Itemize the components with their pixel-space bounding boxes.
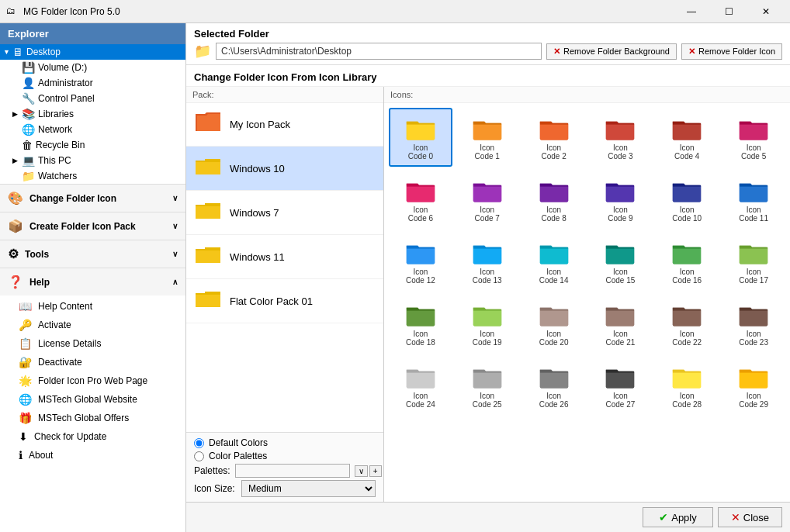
icon-label-1: IconCode 1	[475, 143, 500, 161]
pack-icons-area: Pack: My Icon Pack	[186, 87, 790, 502]
mstech-offers-item[interactable]: 🎁 MSTech Global Offers	[0, 409, 185, 427]
section-create-pack-header[interactable]: 📦 Create Folder Icon Pack ∨	[0, 212, 185, 240]
icon-cell-5[interactable]: IconCode 5	[722, 108, 785, 167]
check-update-item[interactable]: ⬇ Check for Update	[0, 427, 185, 446]
icon-label-27: IconCode 27	[606, 392, 636, 409]
pack-item-windows-11[interactable]: Windows 11	[186, 235, 383, 279]
icon-cell-8[interactable]: IconCode 8	[522, 170, 586, 229]
icon-cell-6[interactable]: IconCode 6	[389, 170, 452, 229]
icon-cell-0[interactable]: IconCode 0	[389, 108, 452, 167]
icon-cell-14[interactable]: IconCode 14	[522, 232, 586, 291]
section-tools-header[interactable]: ⚙ Tools ∨	[0, 240, 185, 268]
icon-label-12: IconCode 12	[406, 268, 435, 285]
icon-cell-19[interactable]: IconCode 19	[456, 294, 519, 353]
tree-item-administrator[interactable]: 👤 Administrator	[0, 75, 185, 91]
icon-cell-24[interactable]: IconCode 24	[389, 356, 452, 415]
default-colors-radio[interactable]	[194, 438, 204, 448]
icon-label-8: IconCode 8	[541, 206, 566, 223]
icon-label-22: IconCode 22	[672, 330, 702, 347]
pack-item-my-icon-pack[interactable]: My Icon Pack	[186, 103, 383, 147]
close-button[interactable]: ✕ Close	[718, 507, 782, 527]
color-palettes-radio[interactable]	[194, 451, 204, 461]
help-content-item[interactable]: 📖 Help Content	[0, 297, 185, 316]
icon-cell-15[interactable]: IconCode 15	[589, 232, 653, 291]
icon-cell-13[interactable]: IconCode 13	[456, 232, 519, 291]
apply-button[interactable]: ✔ Apply	[643, 507, 713, 527]
icon-size-row: Icon Size: Small Medium Large	[194, 480, 376, 497]
activate-item[interactable]: 🔑 Activate	[0, 316, 185, 334]
icon-cell-4[interactable]: IconCode 4	[655, 108, 719, 167]
icon-cell-16[interactable]: IconCode 16	[655, 232, 719, 291]
create-pack-arrow: ∨	[172, 222, 178, 230]
icon-cell-23[interactable]: IconCode 23	[722, 294, 785, 353]
tree-item-this-pc[interactable]: ▶ 💻 This PC	[0, 153, 185, 168]
mstech-website-item[interactable]: 🌐 MSTech Global Website	[0, 390, 185, 409]
pack-item-flat-color-01[interactable]: Flat Color Pack 01	[186, 279, 383, 323]
web-page-label: Folder Icon Pro Web Page	[38, 375, 147, 386]
tree-item-recycle-bin[interactable]: 🗑 Recycle Bin	[0, 137, 185, 153]
icon-cell-25[interactable]: IconCode 25	[456, 356, 519, 415]
minimize-button[interactable]: —	[674, 0, 709, 23]
deactivate-label: Deactivate	[38, 357, 82, 368]
icon-cell-3[interactable]: IconCode 3	[589, 108, 653, 167]
folder-icon-pro-web-item[interactable]: 🌟 Folder Icon Pro Web Page	[0, 371, 185, 390]
icon-cell-1[interactable]: IconCode 1	[456, 108, 519, 167]
tree-item-libraries[interactable]: ▶ 📚 Libraries	[0, 106, 185, 122]
tools-section-icon: ⚙	[8, 247, 19, 261]
window-controls: — ☐ ✕	[674, 0, 784, 23]
icon-label-10: IconCode 10	[672, 206, 702, 223]
palette-add-btn[interactable]: +	[369, 465, 382, 477]
icon-cell-21[interactable]: IconCode 21	[589, 294, 653, 353]
remove-folder-background-button[interactable]: ✕ Remove Folder Background	[546, 43, 677, 60]
section-change-folder-icon: 🎨 Change Folder Icon ∨	[0, 184, 185, 212]
icon-size-label: Icon Size:	[194, 483, 237, 494]
icon-cell-17[interactable]: IconCode 17	[722, 232, 785, 291]
app-icon: 🗂	[6, 5, 19, 18]
tree-item-watchers[interactable]: 📁 Watchers	[0, 168, 185, 184]
icon-label-23: IconCode 23	[739, 330, 768, 347]
folder-path-input[interactable]	[216, 43, 542, 60]
palette-buttons: ∨ + ✕ ✎	[355, 465, 384, 477]
tree-item-network[interactable]: 🌐 Network	[0, 122, 185, 137]
icon-cell-10[interactable]: IconCode 10	[655, 170, 719, 229]
section-help-header[interactable]: ❓ Help ∧	[0, 268, 185, 295]
icon-cell-27[interactable]: IconCode 27	[589, 356, 653, 415]
icon-cell-28[interactable]: IconCode 28	[655, 356, 719, 415]
deactivate-icon: 🔐	[19, 356, 32, 368]
path-folder-icon: 📁	[194, 43, 211, 60]
icon-cell-9[interactable]: IconCode 9	[589, 170, 653, 229]
windows-10-icon	[194, 153, 222, 184]
remove-folder-icon-button[interactable]: ✕ Remove Folder Icon	[681, 43, 782, 60]
pack-item-windows-7[interactable]: Windows 7	[186, 191, 383, 235]
windows-7-name: Windows 7	[230, 207, 279, 219]
icon-cell-22[interactable]: IconCode 22	[655, 294, 719, 353]
about-item[interactable]: ℹ About	[0, 446, 185, 465]
close-window-button[interactable]: ✕	[748, 0, 784, 23]
create-pack-section-icon: 📦	[8, 219, 23, 233]
tree-item-control-panel[interactable]: 🔧 Control Panel	[0, 91, 185, 106]
deactivate-item[interactable]: 🔐 Deactivate	[0, 353, 185, 371]
help-content-label: Help Content	[38, 301, 92, 312]
icon-cell-11[interactable]: IconCode 11	[722, 170, 785, 229]
section-change-folder-icon-header[interactable]: 🎨 Change Folder Icon ∨	[0, 185, 185, 212]
icon-cell-12[interactable]: IconCode 12	[389, 232, 452, 291]
icon-cell-18[interactable]: IconCode 18	[389, 294, 452, 353]
mstech-website-label: MSTech Global Website	[38, 394, 137, 405]
palette-dropdown-btn[interactable]: ∨	[355, 465, 368, 477]
icon-cell-29[interactable]: IconCode 29	[722, 356, 785, 415]
icon-cell-2[interactable]: IconCode 2	[522, 108, 586, 167]
icon-cell-20[interactable]: IconCode 20	[522, 294, 586, 353]
tree-item-desktop[interactable]: ▼ 🖥 Desktop	[0, 44, 185, 60]
icon-cell-7[interactable]: IconCode 7	[456, 170, 519, 229]
license-details-item[interactable]: 📋 License Details	[0, 334, 185, 353]
tree-item-volume[interactable]: 💾 Volume (D:)	[0, 60, 185, 75]
palettes-input[interactable]	[235, 464, 350, 478]
icon-label-0: IconCode 0	[408, 143, 433, 161]
maximize-button[interactable]: ☐	[711, 0, 747, 23]
icon-cell-26[interactable]: IconCode 26	[522, 356, 586, 415]
icon-size-select[interactable]: Small Medium Large	[241, 480, 376, 497]
selected-folder-title: Selected Folder	[194, 28, 782, 40]
help-section-icon: ❓	[8, 275, 23, 289]
pack-item-windows-10[interactable]: Windows 10	[186, 147, 383, 191]
icon-label-7: IconCode 7	[475, 206, 500, 223]
